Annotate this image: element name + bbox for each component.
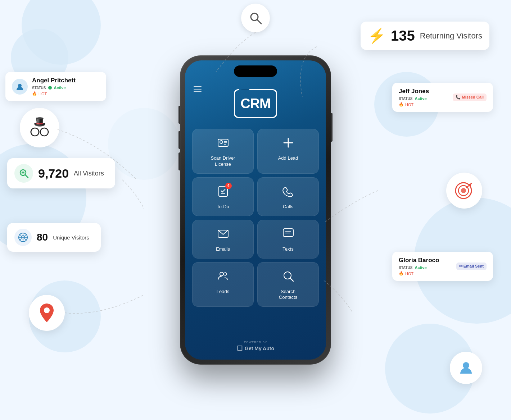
leads-label: Leads <box>217 289 229 295</box>
svg-point-28 <box>220 141 223 143</box>
angel-active-dot <box>48 86 52 90</box>
powered-by-label: POWERED BY <box>244 341 267 344</box>
hamburger-menu[interactable] <box>194 86 202 92</box>
search-icon-circle <box>241 4 270 32</box>
svg-point-24 <box>44 307 50 313</box>
all-visitors-label: All Visitors <box>74 170 104 177</box>
todo-badge: 4 <box>225 183 232 189</box>
phone-footer: POWERED BY ☐ Get My Auto <box>185 341 326 352</box>
unique-visitors-card: 80 Unique Visitors <box>7 223 101 252</box>
angel-avatar <box>12 79 28 95</box>
add-lead-button[interactable]: Add Lead <box>257 129 319 174</box>
jeff-tag: 🔥 HOT <box>399 102 429 107</box>
app-grid: Scan DriverLicense Add Lead <box>192 129 319 307</box>
search-contacts-button[interactable]: SearchContacts <box>257 262 319 307</box>
emails-label: Emails <box>216 246 230 252</box>
add-lead-label: Add Lead <box>278 155 298 161</box>
angel-pritchett-card: Angel Pritchett STATUS Active 🔥 HOT <box>5 72 106 101</box>
leads-icon <box>217 270 230 285</box>
phone-notch <box>234 65 277 77</box>
bg-blob-8 <box>108 108 180 180</box>
gloria-name: Gloria Baroco <box>399 257 439 264</box>
spy-icon-circle: 🎩 <box>20 108 59 147</box>
svg-line-12 <box>20 239 21 240</box>
svg-line-43 <box>290 278 293 281</box>
search-contacts-icon <box>282 270 295 285</box>
svg-line-11 <box>25 234 26 236</box>
crm-logo-box: CRM <box>234 89 277 118</box>
returning-visitors-label: Returning Visitors <box>420 31 482 41</box>
calls-button[interactable]: Calls <box>257 177 319 216</box>
search-icon <box>248 11 263 25</box>
jeff-jones-card: Jeff Jones STATUS Active 🔥 HOT 📞 Missed … <box>392 83 493 112</box>
jeff-status: STATUS Active <box>399 96 429 101</box>
svg-rect-37 <box>283 229 293 237</box>
scan-icon <box>217 136 230 152</box>
all-visitors-number: 9,720 <box>38 166 69 181</box>
phone-outer-frame: CRM Scan DriverLi <box>180 55 331 365</box>
svg-line-13 <box>25 239 26 240</box>
svg-point-25 <box>463 362 469 369</box>
svg-point-5 <box>22 172 24 173</box>
search-contacts-label: SearchContacts <box>279 289 297 301</box>
returning-visitors-card: ⚡ 135 Returning Visitors <box>361 22 489 50</box>
emails-icon <box>217 227 230 243</box>
svg-point-14 <box>31 128 39 136</box>
svg-line-1 <box>257 19 261 24</box>
leads-button[interactable]: Leads <box>192 262 254 307</box>
glasses-icon <box>30 127 49 140</box>
angel-name: Angel Pritchett <box>32 77 76 84</box>
jeff-name: Jeff Jones <box>399 88 429 95</box>
returning-visitors-number: 135 <box>391 28 415 44</box>
person-icon <box>457 359 475 376</box>
svg-line-3 <box>25 175 28 178</box>
target-icon <box>453 180 475 201</box>
svg-point-15 <box>40 128 48 136</box>
svg-point-40 <box>220 272 223 276</box>
location-icon-circle <box>29 295 65 331</box>
footer-brand-label: ☐ Get My Auto <box>237 344 274 352</box>
all-visitors-card: 9,720 All Visitors <box>7 158 115 188</box>
add-icon <box>282 136 295 152</box>
texts-label: Texts <box>282 246 293 252</box>
crm-logo-text: CRM <box>240 96 271 111</box>
phone-device: CRM Scan DriverLi <box>180 55 331 365</box>
hat-icon: 🎩 <box>33 116 46 128</box>
angel-tag: 🔥 HOT <box>32 91 76 96</box>
gloria-status: STATUS Active <box>399 265 439 270</box>
crm-logo: CRM <box>234 89 277 118</box>
scan-driver-license-label: Scan DriverLicense <box>211 155 235 168</box>
texts-button[interactable]: Texts <box>257 220 319 259</box>
menu-line-2 <box>194 89 202 90</box>
angel-status-value: Active <box>54 86 66 90</box>
calls-label: Calls <box>283 204 293 210</box>
unique-visitors-label: Unique Visitors <box>53 234 89 241</box>
todo-button[interactable]: 4 To-Do <box>192 177 254 216</box>
location-pin-icon <box>38 303 56 323</box>
gloria-status-value: Active <box>415 265 427 270</box>
menu-line-1 <box>194 86 202 87</box>
calls-icon <box>282 185 295 200</box>
angel-status: STATUS Active <box>32 86 76 90</box>
lightning-icon: ⚡ <box>368 27 386 44</box>
todo-label: To-Do <box>217 204 229 210</box>
phone-screen: CRM Scan DriverLi <box>185 60 326 360</box>
gloria-tag: 🔥 HOT <box>399 271 439 276</box>
all-visitors-icon <box>14 164 33 183</box>
unique-visitors-number: 80 <box>37 232 48 243</box>
emails-button[interactable]: Emails <box>192 220 254 259</box>
jeff-status-value: Active <box>415 96 427 101</box>
svg-point-41 <box>224 273 227 275</box>
gloria-baroco-card: Gloria Baroco STATUS Active 🔥 HOT ✉ Emai… <box>392 252 493 281</box>
menu-line-3 <box>194 91 202 92</box>
scan-driver-license-button[interactable]: Scan DriverLicense <box>192 129 254 174</box>
unique-visitors-icon <box>14 229 32 246</box>
todo-icon: 4 <box>217 185 230 200</box>
gloria-email-sent-badge: ✉ Email Sent <box>456 262 487 270</box>
target-icon-circle <box>446 173 482 209</box>
svg-line-10 <box>20 234 21 236</box>
person-icon-circle <box>450 352 482 384</box>
svg-point-21 <box>461 188 466 193</box>
svg-point-42 <box>284 272 291 279</box>
jeff-missed-call-badge: 📞 Missed Call <box>453 93 487 101</box>
